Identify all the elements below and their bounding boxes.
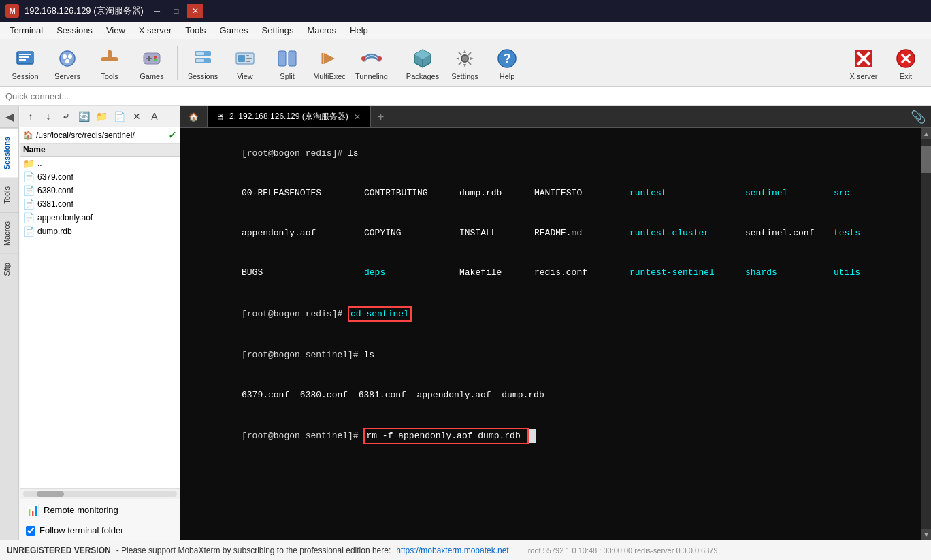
terminal-vscrollbar[interactable]: ▲ ▼ (921, 128, 931, 540)
scroll-down-btn[interactable]: ▼ (921, 529, 931, 540)
file-row[interactable]: 📄 6380.conf (20, 184, 180, 197)
svg-rect-17 (196, 52, 204, 55)
toolbar-view[interactable]: View (225, 43, 265, 84)
svg-rect-1 (19, 54, 31, 55)
tab-close-icon[interactable]: ✕ (353, 112, 362, 122)
toolbar-tools[interactable]: Tools (90, 43, 129, 84)
scroll-up-btn[interactable]: ▲ (921, 128, 931, 139)
tab-bar: 🏠 🖥 2. 192.168.126.129 (京淘服务器) ✕ + 📎 (180, 106, 931, 128)
follow-folder-checkbox[interactable] (26, 526, 35, 536)
svg-rect-2 (19, 56, 29, 58)
sidebar-tab-macros[interactable]: Macros (0, 212, 18, 254)
sidebar-folder-btn[interactable]: 📁 (94, 109, 109, 124)
multiexec-label: MultiExec (313, 72, 346, 80)
pathbar: 🏠 ✓ (20, 127, 180, 144)
exit-label: Exit (900, 72, 912, 80)
file-row[interactable]: 📄 6379.conf (20, 170, 180, 184)
sidebar-tab-sftp[interactable]: Sftp (0, 254, 18, 284)
terminal-cursor (529, 429, 536, 443)
sidebar-delete-btn[interactable]: ✕ (129, 109, 144, 124)
menu-macros[interactable]: Macros (300, 24, 343, 37)
sidebar-down-btn[interactable]: ↓ (41, 109, 56, 124)
sidebar-font-btn[interactable]: A (147, 109, 162, 124)
term-line: 00-RELEASENOTESCONTRIBUTINGdump.rdbMANIF… (189, 174, 913, 214)
servers-icon (55, 46, 80, 71)
toolbar-packages[interactable]: Packages (403, 43, 442, 84)
menubar: Terminal Sessions View X server Tools Ga… (0, 22, 931, 39)
sidebar-inner: ↑ ↓ ⤶ 🔄 📁 📄 ✕ A 🏠 ✓ Name (20, 106, 180, 540)
toolbar-sessions[interactable]: Sessions (183, 43, 223, 84)
toolbar-xserver[interactable]: X server (844, 43, 883, 84)
menu-xserver[interactable]: X server (132, 24, 178, 37)
menu-terminal[interactable]: Terminal (3, 24, 50, 37)
minimize-button[interactable]: ─ (149, 4, 165, 18)
svg-rect-3 (19, 59, 26, 61)
path-input[interactable] (36, 131, 165, 140)
sidebar-refresh-btn[interactable]: ⤶ (59, 109, 74, 124)
sidebar-hscrollbar[interactable] (20, 488, 180, 499)
games-label: Games (140, 72, 163, 80)
svg-point-14 (154, 59, 157, 61)
sidebar-tab-tools[interactable]: Tools (0, 178, 18, 212)
settings-icon (453, 46, 477, 71)
menu-games[interactable]: Games (213, 24, 255, 37)
hscroll-track[interactable] (23, 491, 177, 497)
maximize-button[interactable]: □ (168, 4, 184, 18)
attachment-icon[interactable]: 📎 (911, 110, 926, 125)
toolbar-exit[interactable]: Exit (886, 43, 926, 84)
file-row[interactable]: 📁 .. (20, 157, 180, 170)
sidebar-up-btn[interactable]: ↑ (23, 109, 38, 124)
sidebar-reload-btn[interactable]: 🔄 (76, 109, 91, 124)
multiexec-icon (317, 46, 342, 71)
sidebar-file-btn[interactable]: 📄 (112, 109, 127, 124)
packages-label: Packages (406, 72, 439, 80)
servers-label: Servers (54, 72, 80, 80)
toolbar-split[interactable]: Split (267, 43, 307, 84)
toolbar-servers[interactable]: Servers (48, 43, 87, 84)
file-row[interactable]: 📄 6381.conf (20, 197, 180, 211)
menu-sessions[interactable]: Sessions (50, 24, 99, 37)
session-icon (13, 46, 37, 71)
tab-add-btn[interactable]: + (371, 106, 391, 127)
svg-point-4 (60, 51, 75, 66)
toolbar-multiexec[interactable]: MultiExec (310, 43, 349, 84)
svg-point-33 (461, 55, 468, 62)
remote-monitoring-btn[interactable]: 📊 Remote monitoring (20, 499, 180, 521)
svg-point-13 (154, 56, 157, 59)
scroll-thumb[interactable] (921, 146, 931, 173)
menu-view[interactable]: View (99, 24, 132, 37)
support-link[interactable]: https://mobaxterm.mobatek.net (396, 546, 508, 555)
file-list: Name 📁 .. 📄 6379.conf 📄 6380.conf 📄 6381… (20, 144, 180, 488)
term-line: [root@bogon redis]# ls (189, 133, 913, 174)
sidebar-tab-sessions[interactable]: Sessions (0, 128, 18, 178)
toolbar-tunneling[interactable]: Tunneling (352, 43, 391, 84)
terminal-output[interactable]: [root@bogon redis]# ls 00-RELEASENOTESCO… (180, 128, 921, 540)
sidebar-collapse-btn[interactable]: ◀ (0, 106, 18, 128)
hscroll-thumb[interactable] (37, 491, 64, 497)
scroll-track[interactable] (921, 139, 931, 529)
svg-rect-9 (101, 57, 118, 61)
tab-session-icon: 🖥 (216, 112, 225, 122)
toolbar-settings[interactable]: Settings (445, 43, 485, 84)
file-row[interactable]: 📄 dump.rdb (20, 225, 180, 238)
menu-settings[interactable]: Settings (255, 24, 301, 37)
xserver-icon (851, 46, 876, 71)
titlebar: M 192.168.126.129 (京淘服务器) ─ □ ✕ (0, 0, 931, 22)
toolbar-sep1 (177, 46, 178, 80)
close-button[interactable]: ✕ (187, 4, 203, 18)
file-row[interactable]: 📄 appendonly.aof (20, 211, 180, 225)
menu-tools[interactable]: Tools (178, 24, 212, 37)
exit-icon (894, 46, 918, 71)
quickconnect-input[interactable] (5, 91, 926, 101)
menu-help[interactable]: Help (343, 24, 375, 37)
tab-home[interactable]: 🏠 (180, 106, 208, 127)
tab-session-2[interactable]: 🖥 2. 192.168.126.129 (京淘服务器) ✕ (208, 106, 371, 127)
toolbar-session[interactable]: Session (5, 43, 45, 84)
settings-label: Settings (451, 72, 478, 80)
svg-marker-26 (324, 53, 335, 64)
toolbar-help[interactable]: ? Help (487, 43, 527, 84)
packages-icon (410, 46, 435, 71)
svg-point-5 (63, 54, 67, 59)
toolbar-games[interactable]: Games (132, 43, 172, 84)
window-controls: ─ □ ✕ (149, 4, 203, 18)
